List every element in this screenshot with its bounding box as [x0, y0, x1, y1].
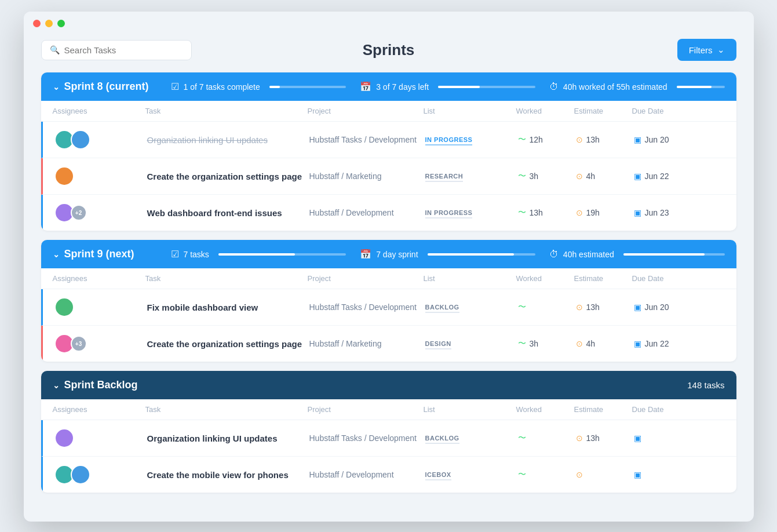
- col-worked: Worked: [516, 405, 574, 414]
- cal-icon: ▣: [634, 470, 641, 479]
- sprint8-table-header: Assignees Task Project List Worked Estim…: [41, 101, 736, 122]
- col-duedate: Due Date: [632, 405, 696, 414]
- list-cell: BACKLOG: [425, 432, 518, 444]
- worked-cell: 〜 12h: [518, 134, 576, 145]
- sprint-section-sprint9: ⌄ Sprint 9 (next) ☑ 7 tasks 📅 7 day spri…: [41, 240, 736, 362]
- assignees-cell: +2: [54, 203, 147, 223]
- col-project: Project: [308, 107, 424, 115]
- col-project: Project: [308, 405, 424, 414]
- table-row[interactable]: +2 Web dashboard front-end issues Hubsta…: [41, 195, 736, 231]
- list-badge: IN PROGRESS: [425, 136, 473, 145]
- avatar-badge: +2: [71, 205, 87, 221]
- task-name: Organization linking UI updates: [147, 433, 309, 443]
- worked-cell: 〜: [518, 302, 576, 312]
- list-cell: ICEBOX: [425, 469, 518, 480]
- minimize-button[interactable]: [45, 20, 53, 27]
- list-badge: IN PROGRESS: [425, 209, 473, 218]
- table-row[interactable]: Create the mobile view for phones Hubsta…: [41, 457, 736, 493]
- due-date-cell: ▣ Jun 23: [634, 208, 698, 217]
- due-date-cell: ▣ Jun 20: [634, 303, 698, 312]
- assignees-cell: [54, 166, 147, 186]
- due-date-cell: ▣ Jun 20: [634, 135, 698, 144]
- filters-label: Filters: [689, 45, 713, 55]
- avatar-badge: +3: [71, 336, 87, 352]
- col-assignees: Assignees: [53, 107, 145, 115]
- col-list: List: [424, 274, 516, 283]
- cal-icon: ▣: [634, 135, 641, 144]
- search-input[interactable]: [64, 45, 183, 55]
- page-title: Sprints: [363, 41, 415, 59]
- avatar: [54, 428, 74, 448]
- clock-icon: ⊙: [576, 470, 583, 479]
- sprint8-tasks-stat: ☑ 1 of 7 tasks complete: [171, 81, 346, 92]
- worked-cell: 〜: [518, 469, 576, 480]
- clock-icon: ⊙: [576, 339, 583, 348]
- table-row[interactable]: Create the organization settings page Hu…: [41, 158, 736, 195]
- maximize-button[interactable]: [57, 20, 65, 27]
- filters-button[interactable]: Filters ⌄: [677, 39, 736, 61]
- checkbox-icon: ☑: [171, 81, 179, 92]
- project-name: Hubstaff Tasks / Development: [309, 303, 425, 312]
- cal-icon: ▣: [634, 172, 641, 181]
- project-name: Hubstaff / Development: [309, 208, 425, 217]
- col-estimate: Estimate: [574, 405, 632, 414]
- worked-cell: 〜 3h: [518, 338, 576, 349]
- content-area: ⌄ Sprint 8 (current) ☑ 1 of 7 tasks comp…: [24, 72, 754, 519]
- estimate-cell: ⊙ 13h: [576, 433, 634, 443]
- hours-bar-container: [623, 253, 725, 256]
- list-cell: BACKLOG: [425, 301, 518, 313]
- tasks-bar-container: [269, 86, 346, 88]
- backlog-table-header: Assignees Task Project List Worked Estim…: [41, 399, 736, 420]
- list-badge: DESIGN: [425, 340, 451, 349]
- sprint9-table-header: Assignees Task Project List Worked Estim…: [41, 268, 736, 289]
- days-bar-container: [428, 253, 535, 256]
- clock-icon: ⊙: [576, 208, 583, 217]
- sprint8-hours-stat: ⏱ 40h worked of 55h estimated: [549, 82, 725, 92]
- list-badge: BACKLOG: [425, 304, 459, 313]
- hours-bar: [677, 86, 712, 88]
- sprint9-tasks-stat: ☑ 7 tasks: [171, 249, 346, 260]
- col-worked: Worked: [516, 107, 574, 115]
- worked-cell: 〜 13h: [518, 207, 576, 218]
- tasks-bar: [218, 253, 295, 256]
- wave-icon: 〜: [518, 134, 526, 145]
- col-task: Task: [145, 405, 308, 414]
- table-row[interactable]: +3 Create the organization settings page…: [41, 326, 736, 362]
- sprint9-days-stat: 📅 7 day sprint: [360, 249, 535, 260]
- col-estimate: Estimate: [574, 274, 632, 283]
- list-cell: RESEARCH: [425, 170, 518, 182]
- assignees-cell: [54, 297, 147, 317]
- cal-icon: ▣: [634, 433, 641, 443]
- project-name: Hubstaff Tasks / Development: [309, 433, 425, 443]
- backlog-tasks-count: 148 tasks: [687, 380, 724, 390]
- backlog-header: ⌄ Sprint Backlog 148 tasks: [41, 371, 736, 399]
- table-row[interactable]: Organization linking UI updates Hubstaff…: [41, 122, 736, 158]
- assignees-cell: [54, 465, 147, 484]
- tasks-bar-container: [218, 253, 346, 256]
- worked-cell: 〜 3h: [518, 171, 576, 181]
- search-box[interactable]: 🔍: [41, 40, 192, 60]
- avatar: [54, 166, 74, 186]
- col-worked: Worked: [516, 274, 574, 283]
- title-bar: [24, 12, 754, 33]
- task-name: Create the organization settings page: [147, 172, 309, 181]
- clock-icon: ⊙: [576, 172, 583, 181]
- search-icon: 🔍: [50, 45, 60, 54]
- task-name: Organization linking UI updates: [147, 135, 309, 145]
- assignees-cell: [54, 130, 147, 150]
- due-date-cell: ▣: [634, 470, 698, 479]
- clock-icon: ⏱: [549, 249, 559, 260]
- estimate-cell: ⊙: [576, 470, 634, 479]
- project-name: Hubstaff Tasks / Development: [309, 135, 425, 144]
- tasks-bar: [269, 86, 280, 88]
- col-task: Task: [145, 107, 308, 115]
- days-bar-container: [438, 86, 535, 88]
- table-row[interactable]: Organization linking UI updates Hubstaff…: [41, 420, 736, 457]
- chevron-icon: ⌄: [53, 381, 60, 390]
- wave-icon: 〜: [518, 433, 526, 443]
- close-button[interactable]: [33, 20, 41, 27]
- table-row[interactable]: Fix mobile dashboard view Hubstaff Tasks…: [41, 289, 736, 326]
- col-assignees: Assignees: [53, 405, 145, 414]
- list-badge: RESEARCH: [425, 173, 464, 182]
- sprint9-title: ⌄ Sprint 9 (next): [53, 248, 157, 260]
